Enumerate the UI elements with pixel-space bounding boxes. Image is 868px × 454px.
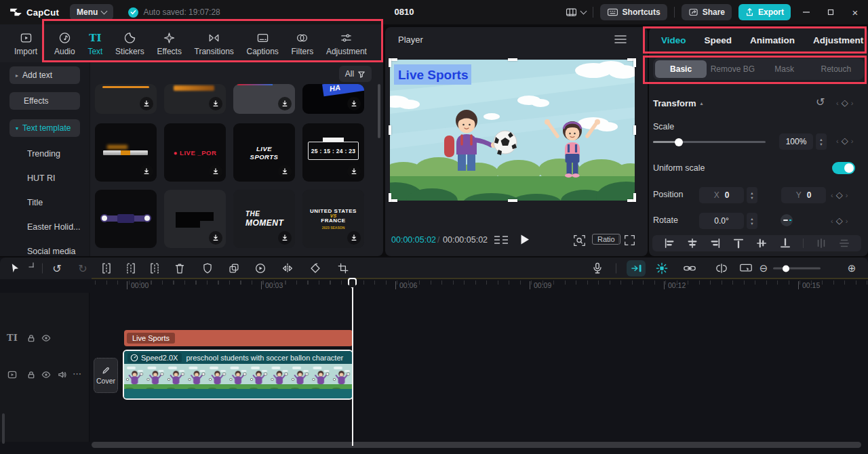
template-tile[interactable]: ● LIVE _POR (164, 123, 226, 182)
unlink-icon[interactable] (715, 264, 728, 274)
download-icon[interactable] (347, 231, 361, 245)
uniform-scale-toggle[interactable] (832, 162, 855, 174)
nav-adjustment[interactable]: Adjustment (326, 31, 367, 56)
eye-icon[interactable] (41, 371, 51, 379)
frame-focus-icon[interactable] (573, 234, 586, 247)
subtab-remove-bg[interactable]: Remove BG (707, 60, 758, 78)
nav-import[interactable]: Import (8, 31, 43, 56)
zoom-out-icon[interactable]: ⊖ (760, 262, 768, 274)
template-tile[interactable]: LIVE SPORTS (233, 123, 295, 182)
position-x-field[interactable]: X 0 (699, 187, 744, 203)
zoom-slider-thumb[interactable] (783, 265, 789, 272)
selection-handle[interactable] (389, 58, 391, 67)
collapse-icon[interactable]: ▴ (701, 100, 703, 106)
download-icon[interactable] (347, 165, 361, 178)
more-options-icon[interactable]: ⋯ (73, 369, 82, 379)
timeline-zoom-slider[interactable] (773, 268, 821, 270)
nav-audio[interactable]: Audio (54, 31, 75, 56)
category-social-media[interactable]: Social media (27, 247, 76, 256)
download-icon[interactable] (140, 97, 153, 110)
rotate-keyframe[interactable]: ‹◇› (831, 215, 848, 226)
sidebar-effects[interactable]: Effects (9, 92, 80, 110)
ratio-button[interactable]: Ratio (592, 234, 620, 245)
split-icon[interactable] (101, 263, 112, 274)
speed-icon[interactable] (255, 263, 267, 274)
selection-handle[interactable] (633, 193, 636, 202)
template-tile[interactable] (164, 190, 226, 248)
template-tile[interactable] (95, 123, 157, 182)
download-icon[interactable] (278, 97, 292, 110)
scale-value[interactable]: 100% (779, 133, 813, 150)
position-keyframe[interactable]: ‹◇› (831, 190, 848, 200)
template-tile[interactable] (95, 84, 157, 114)
tab-animation[interactable]: Animation (750, 35, 795, 45)
align-top-icon[interactable] (733, 238, 744, 249)
export-button[interactable]: Export (738, 4, 791, 20)
template-tile[interactable]: HA (302, 84, 364, 114)
nav-text[interactable]: TI Text (87, 31, 102, 56)
align-left-icon[interactable] (664, 238, 675, 249)
lock-icon[interactable] (27, 334, 36, 343)
delete-icon[interactable] (174, 263, 185, 274)
overlay-icon[interactable] (229, 263, 240, 274)
category-title[interactable]: Title (27, 198, 43, 207)
scale-keyframe[interactable]: ‹◇› (836, 136, 853, 146)
position-x-stepper[interactable]: ▴▾ (747, 187, 757, 203)
transform-keyframe[interactable]: ‹◇› (836, 98, 853, 108)
download-icon[interactable] (209, 231, 222, 245)
nav-filters[interactable]: Filters (292, 31, 314, 56)
rotate-dial[interactable] (781, 214, 793, 226)
minimize-button[interactable] (797, 0, 815, 24)
snapping-button[interactable] (652, 260, 671, 276)
select-tool-icon[interactable] (9, 263, 21, 274)
delete-left-icon[interactable] (125, 263, 136, 274)
subtab-mask[interactable]: Mask (759, 60, 810, 78)
sidebar-text-template[interactable]: ▾Text template (9, 119, 80, 137)
selection-handle[interactable] (389, 125, 391, 135)
template-tile[interactable]: UNITED STATES VS FRANCE 2023 SEASON (302, 190, 364, 248)
preview-axis-icon[interactable] (740, 264, 753, 274)
selection-handle[interactable] (633, 58, 636, 67)
redo-icon[interactable]: ↻ (78, 262, 87, 275)
timeline-horizontal-scrollbar[interactable] (92, 442, 861, 448)
download-icon[interactable] (278, 231, 292, 245)
audio-mute-icon[interactable] (58, 371, 67, 379)
rotate-stepper[interactable]: ▴▾ (747, 213, 757, 229)
subtab-retouch[interactable]: Retouch (810, 60, 862, 78)
player-menu-icon[interactable] (614, 35, 627, 44)
timeline-ruler[interactable]: 00:00 00:03 00:06 00:09 00:12 00:15 (0, 279, 868, 293)
maximize-button[interactable] (822, 0, 840, 24)
category-easter[interactable]: Easter Holid... (27, 222, 81, 232)
download-icon[interactable] (278, 165, 292, 178)
download-icon[interactable] (209, 97, 222, 110)
auto-ripple-button[interactable] (627, 260, 646, 276)
layout-switcher[interactable] (565, 7, 586, 18)
mask-icon[interactable] (202, 263, 213, 274)
video-clip[interactable]: Speed2.0X preschool students with soccer… (123, 350, 353, 400)
link-icon[interactable] (684, 264, 696, 273)
align-right-icon[interactable] (710, 238, 721, 249)
reset-icon[interactable]: ↺ (816, 96, 825, 108)
undo-icon[interactable]: ↺ (52, 262, 61, 275)
rotate-value-field[interactable]: 0.0° (699, 213, 744, 229)
frame-view-icon[interactable] (494, 235, 509, 245)
lock-icon[interactable] (27, 371, 36, 379)
preview-canvas[interactable]: Live Sports (390, 60, 635, 201)
align-center-horizontal-icon[interactable] (687, 238, 698, 249)
fullscreen-icon[interactable] (624, 234, 635, 246)
nav-captions[interactable]: Captions (246, 31, 278, 56)
menu-button[interactable]: Menu (70, 4, 113, 20)
template-tile[interactable] (164, 84, 226, 114)
filter-all-button[interactable]: All (339, 66, 372, 82)
crop-icon[interactable] (338, 263, 349, 274)
selection-handle[interactable] (389, 193, 391, 202)
category-trending[interactable]: Trending (27, 149, 60, 159)
nav-effects[interactable]: Effects (157, 31, 181, 56)
template-tile[interactable]: THE MOMENT (233, 190, 295, 248)
play-button[interactable] (520, 234, 530, 245)
download-icon[interactable] (209, 165, 222, 178)
share-button[interactable]: Share (682, 4, 732, 20)
download-icon[interactable] (347, 97, 361, 110)
align-middle-icon[interactable] (756, 238, 767, 249)
close-button[interactable]: × (846, 0, 864, 24)
